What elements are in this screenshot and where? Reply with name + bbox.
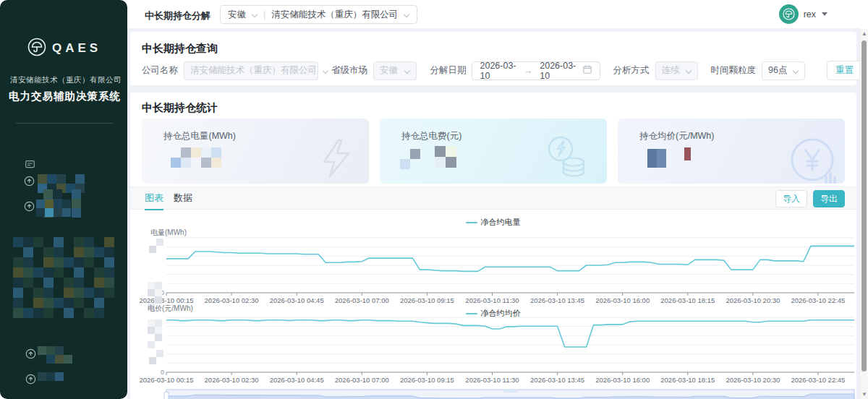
company-label: 公司名称	[142, 64, 178, 77]
chart2-y-zero: 0	[161, 369, 164, 376]
analysis-label: 分析方式	[613, 64, 650, 77]
date-range-field[interactable]: 2026-03-10 → 2026-03-10	[472, 61, 600, 80]
avatar[interactable]	[779, 4, 799, 24]
scrollbar-thumb[interactable]	[861, 40, 867, 372]
granularity-label: 时间颗粒度	[711, 64, 757, 77]
redacted-y-ticks	[148, 319, 162, 348]
note-icon	[25, 159, 35, 172]
calendar-icon	[583, 65, 592, 76]
scope-select-group: 安徽 | 清安储能技术（重庆）有限公司	[220, 5, 417, 24]
sidebar-system-name: 电力交易辅助决策系统	[9, 90, 121, 103]
sidebar-divider	[16, 123, 113, 124]
sync-icon	[25, 374, 36, 387]
company-field[interactable]: 清安储能技术（重庆）有限公司	[184, 61, 318, 80]
scroll-up-icon[interactable]: ▲	[861, 30, 867, 37]
lightning-icon	[317, 137, 356, 182]
legend-line-icon	[466, 222, 477, 224]
redacted-menu-label-3	[38, 346, 72, 364]
redacted-stat-value	[400, 149, 420, 169]
chart1-plot[interactable]: 2026-03-10 00:152026-03-10 02:302026-03-…	[150, 236, 859, 299]
granularity-field[interactable]: 96点	[762, 61, 805, 80]
chart2-plot[interactable]: 2026-03-10 00:152026-03-10 02:302026-03-…	[150, 315, 859, 379]
redacted-menu-label-4	[38, 372, 64, 381]
sync-icon	[24, 201, 35, 215]
export-button[interactable]: 导出	[813, 190, 845, 207]
sidebar-item-4[interactable]	[25, 374, 36, 387]
analysis-field[interactable]: 连续	[655, 61, 698, 80]
redacted-stat-value	[435, 146, 456, 168]
tab-data[interactable]: 数据	[174, 187, 192, 210]
chart-data-tabstrip: 图表 数据 导入 导出	[130, 186, 856, 210]
redacted-stat-value	[171, 147, 221, 168]
stats-card: 中长期持仓统计 持仓总电量(MWh) 持仓总电费(元) 持仓均价(	[130, 93, 856, 399]
date-arrow: →	[524, 66, 533, 76]
coins-icon	[545, 133, 590, 184]
username: rex	[804, 9, 816, 20]
sidebar-item-2[interactable]	[24, 201, 35, 215]
stats-title: 中长期持仓统计	[142, 101, 218, 115]
select-separator: |	[263, 9, 265, 20]
query-form: 公司名称 清安储能技术（重庆）有限公司 省级市场 安徽 分解日期 2026-03…	[142, 61, 868, 80]
market-field[interactable]: 安徽	[373, 61, 417, 80]
reset-button[interactable]: 重置	[827, 61, 861, 80]
market-label: 省级市场	[331, 64, 367, 77]
brand-logo: QAES	[27, 38, 101, 59]
chevron-down-icon[interactable]	[252, 12, 258, 17]
legend-net-contract-energy[interactable]: 净合约电量	[140, 217, 846, 228]
stat-cards-row: 持仓总电量(MWh) 持仓总电费(元) 持仓均价(元/MWh)	[142, 119, 845, 184]
redacted-y-ticks	[149, 350, 163, 364]
umbrella-logo-icon	[27, 38, 46, 59]
user-menu[interactable]: rex	[779, 4, 827, 24]
stat-label: 持仓总电费(元)	[401, 130, 461, 142]
breadcrumb: 中长期持仓分解	[145, 9, 210, 22]
sync-icon	[25, 348, 36, 362]
company-select[interactable]: 清安储能技术（重庆）有限公司	[271, 9, 398, 21]
query-card: 中长期持仓查询 公司名称 清安储能技术（重庆）有限公司 省级市场 安徽 分解日期…	[130, 32, 856, 85]
sync-icon	[24, 176, 35, 189]
market-select[interactable]: 安徽	[228, 9, 246, 21]
redacted-menu-label-2	[36, 200, 71, 217]
brand-logo-text: QAES	[52, 41, 101, 56]
stat-card-energy: 持仓总电量(MWh)	[142, 119, 369, 184]
top-header: 中长期持仓分解 安徽 | 清安储能技术（重庆）有限公司 rex	[127, 0, 859, 29]
stat-label: 持仓均价(元/MWh)	[639, 130, 714, 142]
sidebar-item-1[interactable]	[24, 176, 35, 189]
stat-card-cost: 持仓总电费(元)	[380, 119, 607, 184]
redacted-sidebar-content	[13, 237, 114, 318]
redacted-y-ticks	[149, 239, 163, 253]
page-scrollbar[interactable]: ▲ ▼	[859, 29, 868, 399]
tab-chart[interactable]: 图表	[145, 187, 163, 210]
caret-down-icon	[822, 12, 827, 16]
scroll-down-icon[interactable]: ▼	[861, 391, 867, 398]
sidebar-company-name: 清安储能技术（重庆）有限公司	[10, 75, 120, 85]
stat-card-price: 持仓均价(元/MWh)	[618, 119, 845, 184]
sidebar: QAES 清安储能技术（重庆）有限公司 电力交易辅助决策系统	[0, 0, 127, 399]
date-end: 2026-03-10	[540, 61, 576, 81]
redacted-stat-value	[638, 149, 666, 168]
datazoom-slider[interactable]	[150, 389, 859, 399]
sidebar-item-3[interactable]	[25, 348, 36, 362]
redacted-stat-value	[684, 147, 691, 160]
import-button[interactable]: 导入	[775, 190, 807, 207]
query-title: 中长期持仓查询	[142, 42, 218, 56]
date-label: 分解日期	[430, 64, 466, 77]
stat-label: 持仓总电量(MWh)	[163, 130, 236, 142]
legend-line-icon	[466, 313, 477, 315]
yen-circle-icon	[788, 136, 839, 184]
date-start: 2026-03-10	[480, 61, 516, 81]
chevron-down-icon[interactable]	[404, 12, 409, 17]
